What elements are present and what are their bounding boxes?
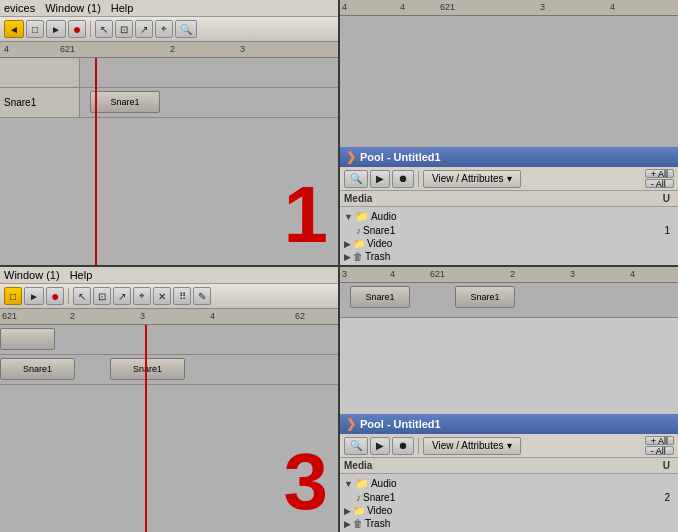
track-label-snare1: Snare1	[0, 88, 80, 117]
all-btn-plus-2[interactable]: + All	[645, 169, 674, 178]
pool-header-4: Media U	[340, 458, 678, 474]
toolbar-btn-stop[interactable]: □	[26, 20, 44, 38]
pool-header-media-4: Media	[344, 460, 644, 471]
view-attr-btn-2[interactable]: View / Attributes ▾	[423, 170, 521, 188]
toolbar-btn-play-3[interactable]: ►	[24, 287, 44, 305]
menu-item-window[interactable]: Window (1)	[45, 2, 101, 14]
track-area-1: Snare1 Snare1 1	[0, 58, 338, 265]
all-buttons-2: + All - All	[645, 169, 674, 188]
pool-btn-play-2[interactable]: ▶	[370, 170, 390, 188]
toolbar-btn-glue-3[interactable]: ⌖	[133, 287, 151, 305]
toolbar-btn-split-3[interactable]: ↗	[113, 287, 131, 305]
view-attr-btn-4[interactable]: View / Attributes ▾	[423, 437, 521, 455]
expand-video-2[interactable]: ▶	[344, 239, 351, 249]
ruler-mark-4c: 4	[610, 2, 615, 12]
all-btn-minus-2[interactable]: - All	[645, 179, 674, 188]
toolbar-btn-select[interactable]: ↖	[95, 20, 113, 38]
pool-title-2: Pool - Untitled1	[360, 151, 441, 163]
toolbar-btn-select-3[interactable]: ↖	[73, 287, 91, 305]
pool-tree-2: ▼ 📁 Audio ♪ Snare1 1 ▶ 📁 Video ▶ 🗑 Trash	[340, 207, 678, 265]
view-attr-arrow-4: ▾	[507, 440, 512, 451]
track-area-3: Snare1 Snare1 3	[0, 325, 338, 532]
pool-toolbar-4: 🔍 ▶ ⏺ View / Attributes ▾ + All - All	[340, 434, 678, 458]
clip-snare1-4b[interactable]: Snare1	[455, 286, 515, 308]
toolbar-btn-glue[interactable]: ⌖	[155, 20, 173, 38]
expand-trash-4[interactable]: ▶	[344, 519, 351, 529]
all-buttons-4: + All - All	[645, 436, 674, 455]
pool-panel-4: ❯ Pool - Untitled1 🔍 ▶ ⏺ View / Attribut…	[340, 414, 678, 532]
track-label-1	[0, 58, 80, 87]
toolbar-btn-erase-3[interactable]: ✕	[153, 287, 171, 305]
quadrant-number-1: 1	[284, 175, 329, 255]
pool-btn-play-4[interactable]: ▶	[370, 437, 390, 455]
menu-item-devices[interactable]: evices	[4, 2, 35, 14]
toolbar-btn-play[interactable]: ►	[46, 20, 66, 38]
tree-video-label-4: Video	[367, 505, 392, 516]
view-attr-label-4: View / Attributes	[432, 440, 504, 451]
ruler-mark-621: 621	[60, 44, 75, 54]
pool-title-bar-2: ❯ Pool - Untitled1	[340, 147, 678, 167]
toolbar-btn-stop-3[interactable]: □	[4, 287, 22, 305]
ruler-mark-2: 2	[170, 44, 175, 54]
pool-btn-search-2[interactable]: 🔍	[344, 170, 368, 188]
menu-item-window-3[interactable]: Window (1)	[4, 269, 60, 281]
pool-btn-record-4[interactable]: ⏺	[392, 437, 414, 455]
all-btn-minus-4[interactable]: - All	[645, 446, 674, 455]
pool-tree-4: ▼ 📁 Audio ♪ Snare1 2 ▶ 📁 Video ▶ 🗑	[340, 474, 678, 532]
clip-snare1-3a[interactable]: Snare1	[0, 358, 75, 380]
pool-title-bar-4: ❯ Pool - Untitled1	[340, 414, 678, 434]
ruler-mark-3: 3	[240, 44, 245, 54]
track-row-2: Snare1 Snare1	[0, 88, 338, 118]
tree-video-4: ▶ 📁 Video	[340, 504, 678, 517]
toolbar-btn-record-3[interactable]: ●	[46, 287, 64, 305]
toolbar-btn-split[interactable]: ↗	[135, 20, 153, 38]
clip-snare1-1[interactable]: Snare1	[90, 91, 160, 113]
toolbar-btn-grid-3[interactable]: ⠿	[173, 287, 191, 305]
clip-empty-3[interactable]	[0, 328, 55, 350]
tree-snare1-label-4: Snare1	[363, 492, 395, 503]
expand-trash-2[interactable]: ▶	[344, 252, 351, 262]
ruler-mark-4b: 4	[400, 2, 405, 12]
toolbar-btn-zoom[interactable]: 🔍	[175, 20, 197, 38]
ruler-mark-2-4: 2	[510, 269, 515, 279]
clip-snare1-3b[interactable]: Snare1	[110, 358, 185, 380]
quadrant-2: 4 4 621 3 4 2 ❯ Pool - Untitled1 🔍 ▶ ⏺ V…	[340, 0, 678, 265]
ruler-mark-4a: 4	[342, 2, 347, 12]
ruler-mark-62-3: 62	[295, 311, 305, 321]
pool-arrow-icon-4: ❯	[346, 417, 356, 431]
audio-folder-icon-2: 📁	[355, 210, 369, 223]
quadrant-number-3: 3	[284, 442, 329, 522]
toolbar-btn-pencil-3[interactable]: ✎	[193, 287, 211, 305]
audio-file-icon-4: ♪	[356, 492, 361, 503]
pool-btn-record-2[interactable]: ⏺	[392, 170, 414, 188]
cursor-1	[95, 58, 97, 265]
menu-item-help[interactable]: Help	[111, 2, 134, 14]
trash-icon-2: 🗑	[353, 251, 363, 262]
all-btn-plus-4[interactable]: + All	[645, 436, 674, 445]
toolbar-btn-range[interactable]: ⊡	[115, 20, 133, 38]
ruler-mark-3b-4: 3	[570, 269, 575, 279]
expand-video-4[interactable]: ▶	[344, 506, 351, 516]
pool-header-media-2: Media	[344, 193, 644, 204]
menu-item-help-3[interactable]: Help	[70, 269, 93, 281]
expand-audio-2[interactable]: ▼	[344, 212, 353, 222]
pool-area-4: 4 ❯ Pool - Untitled1 🔍 ▶ ⏺ View / Attrib…	[340, 318, 678, 532]
pool-btn-search-4[interactable]: 🔍	[344, 437, 368, 455]
ruler-mark-3-4: 3	[342, 269, 347, 279]
toolbar-btn-record[interactable]: ●	[68, 20, 86, 38]
expand-audio-4[interactable]: ▼	[344, 479, 353, 489]
tree-audio-2: ▼ 📁 Audio	[340, 209, 678, 224]
clip-snare1-4a[interactable]: Snare1	[350, 286, 410, 308]
ruler-mark-621-4: 621	[430, 269, 445, 279]
pool-sep-2	[418, 171, 419, 187]
tree-audio-label-4: Audio	[371, 478, 397, 489]
ruler-mark-4b-4: 4	[630, 269, 635, 279]
pool-header-u-2: U	[644, 193, 674, 204]
audio-folder-icon-4: 📁	[355, 477, 369, 490]
tree-trash-4: ▶ 🗑 Trash	[340, 517, 678, 530]
tree-trash-2: ▶ 🗑 Trash	[340, 250, 678, 263]
toolbar-btn-range-3[interactable]: ⊡	[93, 287, 111, 305]
ruler-mark-4: 4	[4, 44, 9, 54]
toolbar-btn-rewind[interactable]: ◄	[4, 20, 24, 38]
quadrant-3: Window (1) Help □ ► ● ↖ ⊡ ↗ ⌖ ✕ ⠿ ✎ 621 …	[0, 267, 338, 532]
